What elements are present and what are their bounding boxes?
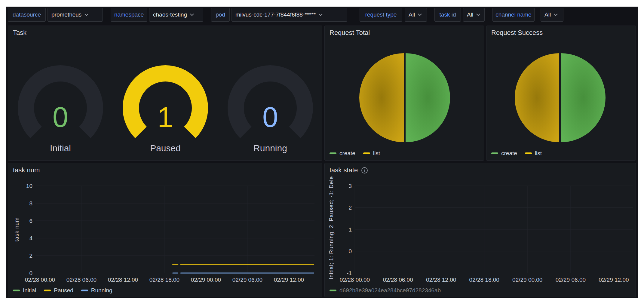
request-total-legend: create list bbox=[330, 150, 380, 157]
series-color-dash bbox=[13, 290, 20, 291]
panel-task: Task 0 1 0 Initial Paused Running bbox=[8, 26, 322, 161]
series-color-dash bbox=[525, 152, 532, 154]
svg-text:2: 2 bbox=[348, 204, 352, 211]
variable-value-request-type[interactable]: All bbox=[405, 8, 427, 22]
svg-text:02/29 00:00: 02/29 00:00 bbox=[512, 277, 542, 283]
task-state-chart[interactable]: 02/28 00:0002/28 06:0002/28 12:0002/28 1… bbox=[325, 163, 636, 297]
svg-text:02/28 18:00: 02/28 18:00 bbox=[149, 277, 179, 283]
svg-text:02/29 12:00: 02/29 12:00 bbox=[599, 277, 629, 283]
legend-item-paused[interactable]: Paused bbox=[44, 287, 73, 294]
svg-text:6: 6 bbox=[29, 218, 32, 224]
svg-text:4: 4 bbox=[29, 235, 32, 241]
svg-text:0: 0 bbox=[29, 270, 32, 276]
panel-title[interactable]: Task bbox=[13, 29, 26, 37]
svg-text:02/29 06:00: 02/29 06:00 bbox=[556, 277, 586, 283]
gauge-label-paused: Paused bbox=[120, 143, 210, 153]
svg-text:02/28 18:00: 02/28 18:00 bbox=[469, 277, 499, 283]
variable-value-namespace[interactable]: chaos-testing bbox=[149, 8, 203, 22]
svg-text:02/28 00:00: 02/28 00:00 bbox=[340, 277, 370, 283]
svg-text:0: 0 bbox=[348, 248, 352, 254]
request-success-legend: create list bbox=[491, 150, 542, 157]
legend-item-create[interactable]: create bbox=[491, 150, 517, 157]
gauge-label-initial: Initial bbox=[15, 143, 106, 153]
svg-text:02/29 00:00: 02/29 00:00 bbox=[191, 277, 221, 283]
svg-text:02/28 12:00: 02/28 12:00 bbox=[108, 277, 138, 283]
series-color-dash bbox=[491, 152, 498, 154]
request-total-pie-chart bbox=[359, 52, 450, 143]
variable-value-channel-name[interactable]: All bbox=[541, 8, 563, 22]
variable-label-pod: pod bbox=[211, 8, 230, 22]
chevron-down-icon bbox=[476, 12, 480, 16]
variable-value-pod[interactable]: milvus-cdc-177-7f844f6f88-***** bbox=[232, 8, 347, 22]
gauge-paused: 1 bbox=[120, 64, 210, 140]
gauge-label-running: Running bbox=[225, 143, 315, 153]
chevron-down-icon bbox=[84, 12, 88, 16]
variable-label-namespace: namespace bbox=[111, 8, 147, 22]
chevron-down-icon bbox=[418, 12, 422, 16]
task-num-chart[interactable]: 02/28 00:0002/28 06:0002/28 12:0002/28 1… bbox=[8, 163, 322, 297]
variable-value-task-id[interactable]: All bbox=[463, 8, 485, 22]
legend-item-create[interactable]: create bbox=[330, 150, 355, 157]
series-color-dash bbox=[363, 152, 370, 154]
svg-text:3: 3 bbox=[348, 183, 352, 189]
legend-item-list[interactable]: list bbox=[363, 150, 380, 157]
series-color-dash bbox=[330, 290, 336, 291]
legend-item-series[interactable]: d692b8e39a024ea284bce97d282346ab bbox=[330, 287, 441, 294]
request-success-pie-chart bbox=[514, 52, 606, 143]
legend-item-initial[interactable]: Initial bbox=[13, 287, 36, 294]
svg-text:02/28 12:00: 02/28 12:00 bbox=[426, 277, 456, 283]
gauge-initial: 0 bbox=[15, 64, 106, 140]
legend-item-list[interactable]: list bbox=[525, 150, 542, 157]
svg-text:02/29 06:00: 02/29 06:00 bbox=[232, 277, 262, 283]
series-color-dash bbox=[330, 152, 336, 154]
panel-request-success: Request Success create list bbox=[486, 26, 636, 161]
svg-text:-1: -1 bbox=[347, 270, 352, 276]
variable-label-task-id: task id bbox=[434, 8, 461, 22]
legend-item-running[interactable]: Running bbox=[81, 287, 112, 294]
svg-text:1: 1 bbox=[158, 101, 173, 133]
variable-value-datasource[interactable]: prometheus bbox=[48, 8, 103, 22]
svg-text:10: 10 bbox=[26, 183, 32, 189]
svg-text:02/28 06:00: 02/28 06:00 bbox=[383, 277, 413, 283]
svg-text:0: 0 bbox=[262, 101, 278, 133]
panel-title[interactable]: Request Success bbox=[491, 29, 543, 37]
svg-text:8: 8 bbox=[29, 200, 32, 207]
panel-request-total: Request Total create list bbox=[324, 26, 484, 161]
panel-task-state: task state i : Initial; 1: Running; 2: P… bbox=[324, 163, 636, 297]
svg-text:02/28 06:00: 02/28 06:00 bbox=[66, 277, 97, 283]
series-color-dash bbox=[81, 290, 88, 291]
variable-label-datasource: datasource bbox=[8, 8, 46, 22]
chevron-down-icon bbox=[190, 12, 194, 16]
panel-task-num: task num task num 02/28 00:0002/28 06:00… bbox=[8, 163, 322, 297]
series-color-dash bbox=[44, 290, 51, 291]
chevron-down-icon bbox=[319, 12, 323, 16]
svg-text:2: 2 bbox=[29, 253, 32, 259]
task-state-legend: d692b8e39a024ea284bce97d282346ab bbox=[330, 287, 441, 294]
svg-text:0: 0 bbox=[53, 101, 68, 133]
chevron-down-icon bbox=[554, 12, 558, 16]
variable-label-channel-name: channel name bbox=[492, 8, 535, 22]
dashboard: datasource prometheus namespace chaos-te… bbox=[6, 7, 638, 298]
variable-label-request-type: request type bbox=[360, 8, 402, 22]
svg-text:02/29 12:00: 02/29 12:00 bbox=[274, 277, 304, 283]
task-num-legend: Initial Paused Running bbox=[13, 287, 112, 294]
svg-text:1: 1 bbox=[348, 226, 352, 233]
svg-text:02/28 00:00: 02/28 00:00 bbox=[25, 277, 55, 283]
gauge-running: 0 bbox=[225, 64, 315, 140]
panel-title[interactable]: Request Total bbox=[330, 29, 370, 37]
